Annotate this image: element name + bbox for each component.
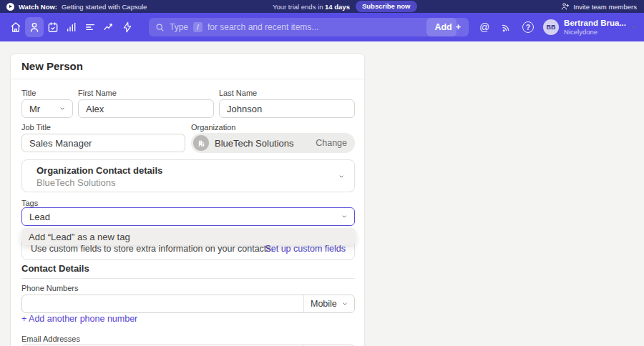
organization-icon [193, 135, 209, 151]
phone-numbers-label: Phone Numbers [21, 284, 79, 292]
nav-right-group: Add + @ ? BB Bertrand Brua... Nicelydone [426, 13, 637, 41]
lightning-icon[interactable] [118, 17, 137, 37]
tags-value: Lead [29, 212, 50, 222]
first-name-field[interactable] [78, 99, 214, 118]
chevron-down-icon [59, 106, 65, 112]
search-placeholder: for search and recent items... [208, 22, 318, 32]
job-title-label: Job Title [21, 123, 51, 132]
calendar-icon[interactable] [44, 17, 62, 37]
mentions-icon[interactable]: @ [478, 21, 491, 34]
organization-value: BlueTech Solutions [215, 138, 310, 149]
trial-status: Your trial ends in 14 days Subscribe now [273, 0, 417, 13]
phone-number-row: Mobile [21, 295, 355, 313]
bar-chart-icon[interactable] [62, 17, 81, 37]
user-menu[interactable]: BB Bertrand Brua... Nicelydone [543, 19, 637, 36]
page-title: New Person [21, 60, 83, 72]
job-title-field[interactable] [21, 134, 185, 152]
organization-chip[interactable]: BlueTech Solutions Change [191, 133, 355, 153]
tags-input[interactable]: Lead [21, 207, 355, 226]
watch-now-label: Watch Now: [19, 3, 57, 11]
contact-details-heading: Contact Details [21, 263, 89, 274]
add-another-phone-link[interactable]: + Add another phone number [21, 314, 137, 324]
watch-now-link[interactable]: Watch Now: Getting started with Capsule [6, 0, 147, 13]
trial-text: Your trial ends in 14 days [273, 3, 350, 11]
watch-now-text: Getting started with Capsule [62, 3, 147, 11]
nav-icon-group [6, 13, 137, 41]
email-addresses-label: Email Addresses [21, 335, 80, 343]
org-contact-details-title: Organization Contact details [36, 165, 162, 176]
page-content: New Person Title First Name Last Name Mr… [0, 41, 644, 346]
organization-label: Organization [191, 123, 235, 132]
title-label: Title [21, 89, 36, 97]
set-up-custom-fields-link[interactable]: Set up custom fields [265, 244, 346, 254]
chevron-down-icon [631, 24, 637, 30]
custom-fields-message: Use custom fields to store extra informa… [31, 244, 273, 254]
home-icon[interactable] [6, 17, 25, 37]
card-header: New Person [11, 54, 364, 79]
help-icon[interactable]: ? [522, 21, 534, 33]
main-navbar: Type / for search and recent items... Ad… [0, 13, 644, 41]
user-org: Nicelydone [564, 28, 626, 36]
invite-label: Invite team members [573, 3, 637, 11]
org-contact-details-subtitle: BlueTech Solutions [36, 177, 116, 188]
chevron-down-icon [341, 214, 347, 219]
add-button[interactable]: Add + [426, 18, 469, 36]
chevron-down-icon [342, 301, 348, 307]
invite-team-members-link[interactable]: Invite team members [561, 0, 637, 13]
play-icon [6, 3, 14, 11]
last-name-label: Last Name [219, 89, 257, 97]
last-name-field[interactable] [219, 99, 355, 118]
trial-days: 14 days [325, 3, 350, 11]
phone-type-select[interactable]: Mobile [303, 295, 354, 312]
phone-number-field[interactable] [22, 295, 303, 312]
subscribe-now-button[interactable]: Subscribe now [356, 1, 417, 12]
section-divider [21, 278, 355, 279]
org-contact-details-toggle[interactable]: Organization Contact details BlueTech So… [21, 159, 355, 192]
tags-label: Tags [21, 199, 38, 207]
trend-icon[interactable] [99, 17, 118, 37]
person-plus-icon [561, 2, 570, 11]
slash-key-hint: / [193, 22, 203, 32]
title-select[interactable]: Mr [21, 99, 73, 118]
change-organization-link[interactable]: Change [316, 138, 347, 148]
people-icon[interactable] [25, 17, 44, 37]
first-name-label: First Name [78, 89, 117, 97]
search-input[interactable]: Type / for search and recent items... [149, 18, 457, 36]
add-tag-option[interactable]: Add “Lead” as a new tag [21, 228, 356, 245]
avatar: BB [543, 19, 559, 35]
user-name: Bertrand Brua... [564, 19, 626, 28]
plus-icon: + [456, 22, 461, 32]
broadcast-icon[interactable] [500, 21, 513, 34]
search-prefix: Type [170, 22, 188, 32]
announcement-bar: Watch Now: Getting started with Capsule … [0, 0, 644, 13]
search-icon [155, 23, 165, 32]
list-icon[interactable] [81, 17, 99, 37]
chevron-down-icon [338, 174, 344, 179]
new-person-card: New Person Title First Name Last Name Mr… [10, 53, 365, 346]
